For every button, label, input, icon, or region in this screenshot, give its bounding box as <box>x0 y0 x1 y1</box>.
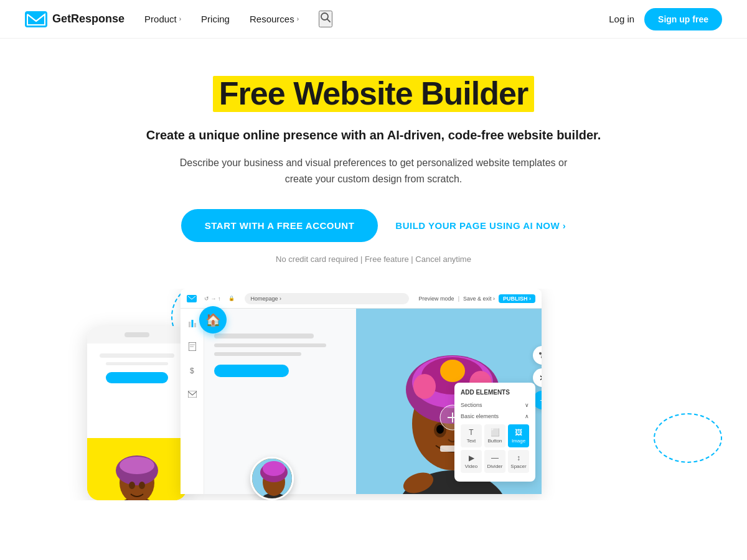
chevron-icon: › <box>297 16 299 22</box>
start-free-account-button[interactable]: START WITH A FREE ACCOUNT <box>181 209 378 242</box>
panel-item-spacer[interactable]: ↕ Spacer <box>508 450 529 473</box>
ai-link[interactable]: BUILD YOUR PAGE USING AI NOW › <box>395 220 566 231</box>
sidebar-email-icon[interactable] <box>187 388 198 399</box>
nav-item-product[interactable]: Product › <box>144 14 181 24</box>
svg-line-41 <box>540 355 542 356</box>
chevron-icon: › <box>179 16 181 22</box>
logo-icon <box>25 11 47 27</box>
spacer-icon: ↕ <box>517 454 520 462</box>
text-icon: T <box>469 428 473 437</box>
hero-description: Describe your business and visual prefer… <box>168 155 579 187</box>
content-cta-button <box>214 365 289 377</box>
svg-rect-12 <box>191 320 193 327</box>
svg-point-28 <box>440 360 465 382</box>
hero-buttons: START WITH A FREE ACCOUNT BUILD YOUR PAG… <box>181 209 566 242</box>
search-icon <box>320 12 331 23</box>
panel-elements-grid: T Text ⬜ Button 🖼 Image ▶ <box>454 422 535 475</box>
hero-title: Free Website Builder <box>219 76 528 111</box>
sidebar-analytics-icon[interactable] <box>187 317 198 329</box>
panel-item-button[interactable]: ⬜ Button <box>484 424 505 447</box>
svg-rect-18 <box>188 391 197 398</box>
svg-point-9 <box>139 482 145 489</box>
publish-badge[interactable]: PUBLISH › <box>499 294 535 303</box>
phone-header <box>87 326 187 343</box>
nav-item-pricing[interactable]: Pricing <box>201 14 230 24</box>
content-line-3 <box>214 352 301 356</box>
phone-cta-button <box>106 372 168 383</box>
browser-content: $ <box>181 309 542 494</box>
svg-point-40 <box>541 356 542 358</box>
content-line-1 <box>214 334 314 338</box>
phone-line-2 <box>106 362 168 365</box>
sidebar-page-icon[interactable] <box>187 341 198 352</box>
panel-sections-label: Sections ∨ <box>454 399 535 411</box>
phone-notch <box>125 332 149 337</box>
button-icon: ⬜ <box>491 428 500 437</box>
nav-right: Log in Sign up free <box>609 8 722 30</box>
signup-button[interactable]: Sign up free <box>644 8 722 30</box>
hero-title-wrapper: Free Website Builder <box>219 76 528 111</box>
phone-line-1 <box>100 353 174 358</box>
svg-point-8 <box>129 482 135 489</box>
login-button[interactable]: Log in <box>609 14 634 24</box>
panel-item-divider[interactable]: — Divider <box>484 450 505 473</box>
browser-dots <box>187 295 197 302</box>
phone-image-area <box>87 438 187 500</box>
logo-text: GetResponse <box>52 12 125 26</box>
svg-point-38 <box>539 352 542 355</box>
svg-point-31 <box>436 425 444 434</box>
svg-line-2 <box>327 19 330 22</box>
phone-mockup <box>87 326 187 500</box>
dashed-oval-right <box>654 413 722 463</box>
panel-basic-label: Basic elements ∧ <box>454 411 535 422</box>
browser-actions: Preview mode | Save & exit › PUBLISH › <box>419 294 535 303</box>
hero-section: Free Website Builder Create a unique onl… <box>0 39 747 289</box>
video-icon: ▶ <box>469 454 474 462</box>
image-icon: 🖼 <box>515 428 522 437</box>
panel-title: ADD ELEMENTS <box>454 389 535 399</box>
hero-subtitle: Create a unique online presence with an … <box>146 126 601 144</box>
browser-sidebar: $ <box>181 309 204 494</box>
content-line-2 <box>214 343 326 347</box>
browser-logo <box>187 295 197 302</box>
navigation: GetResponse Product › Pricing Resources … <box>0 0 747 39</box>
mockup-area: 🏠 ↺ → ↑ 🔒 Homepage › Preview mode | Save… <box>0 289 747 500</box>
analytics-side-btn[interactable] <box>533 346 542 365</box>
svg-point-47 <box>263 461 285 476</box>
logo[interactable]: GetResponse <box>25 11 125 27</box>
panel-item-video[interactable]: ▶ Video <box>461 450 482 473</box>
panel-item-image[interactable]: 🖼 Image <box>508 424 529 447</box>
nav-item-resources[interactable]: Resources › <box>250 14 299 24</box>
sidebar-dollar-icon[interactable]: $ <box>187 365 198 376</box>
svg-point-26 <box>413 374 436 399</box>
hero-note: No credit card required | Free feature |… <box>276 254 471 264</box>
phone-portrait-svg <box>87 438 187 500</box>
nav-left: GetResponse Product › Pricing Resources … <box>25 11 332 27</box>
svg-point-7 <box>120 457 154 474</box>
svg-rect-13 <box>194 323 196 327</box>
divider-icon: — <box>491 454 499 462</box>
browser-mockup: ↺ → ↑ 🔒 Homepage › Preview mode | Save &… <box>181 289 542 494</box>
phone-content <box>87 343 187 500</box>
svg-rect-11 <box>189 322 190 327</box>
svg-text:$: $ <box>190 366 194 375</box>
panel-item-text[interactable]: T Text <box>461 424 482 447</box>
avatar-circle <box>250 457 294 500</box>
search-button[interactable] <box>319 11 332 27</box>
browser-url: Homepage › <box>245 293 409 304</box>
add-elements-panel: ADD ELEMENTS Sections ∨ Basic elements ∧… <box>454 383 535 482</box>
browser-bar: ↺ → ↑ 🔒 Homepage › Preview mode | Save &… <box>181 289 542 309</box>
